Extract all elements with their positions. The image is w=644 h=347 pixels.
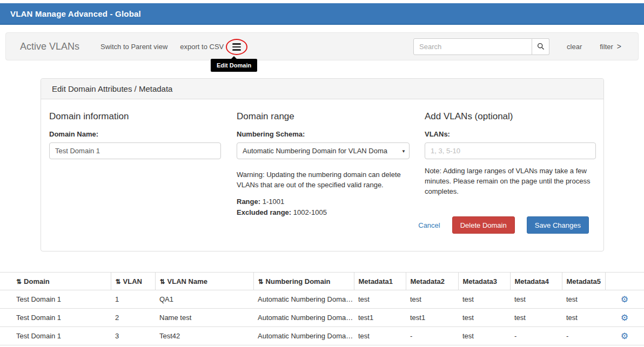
title-bar: VLAN Manage Advanced - Global	[0, 3, 644, 25]
cell-metadata5: -	[562, 327, 605, 345]
domain-name-label: Domain Name:	[49, 130, 221, 138]
column-header-domain[interactable]: ⇅Domain	[0, 273, 111, 290]
row-settings-gear-icon[interactable]: ⚙	[605, 327, 644, 345]
numbering-schema-value: Automatic Numbering Domain for VLAN Doma	[243, 147, 398, 155]
edit-domain-menu-button[interactable]	[226, 38, 247, 56]
table-row: Test Domain 13Test42Automatic Numbering …	[0, 327, 644, 345]
active-vlans-heading: Active VLANs	[20, 41, 79, 52]
excluded-range-value: 1002-1005	[293, 208, 327, 216]
table-row: Test Domain 11QA1Automatic Numbering Dom…	[0, 290, 644, 309]
filter-link[interactable]: filter >	[600, 42, 621, 51]
row-settings-gear-icon[interactable]: ⚙	[605, 309, 644, 327]
cancel-link[interactable]: Cancel	[418, 221, 440, 229]
cell-metadata4: test	[510, 309, 562, 327]
column-header-numbering-domain[interactable]: ⇅Numbering Domain	[253, 273, 354, 290]
cell-metadata2: -	[406, 327, 458, 345]
edit-domain-panel: Edit Domain Attributes / Metadata Domain…	[41, 78, 604, 251]
cell-metadata1: test	[354, 290, 406, 309]
edit-domain-tooltip: Edit Domain	[211, 59, 257, 72]
domain-name-input[interactable]	[49, 142, 221, 159]
numbering-schema-label: Numbering Schema:	[237, 130, 410, 138]
delete-domain-button[interactable]: Delete Domain	[452, 216, 515, 234]
cell-vlan-name: QA1	[155, 290, 253, 309]
sort-icon: ⇅	[258, 278, 264, 285]
toolbar: Active VLANs Switch to Parent view expor…	[5, 32, 639, 60]
range-text: Range: 1-1001	[237, 198, 410, 206]
cell-vlan-name: Name test	[155, 309, 253, 327]
numbering-schema-select[interactable]: Automatic Numbering Domain for VLAN Doma…	[237, 142, 410, 159]
panel-title: Edit Domain Attributes / Metadata	[52, 84, 172, 93]
vlan-table: ⇅Domain⇅VLAN⇅VLAN Name⇅Numbering DomainM…	[0, 272, 644, 345]
cell-domain: Test Domain 1	[0, 327, 111, 345]
panel-actions: Cancel Delete Domain Save Changes	[418, 216, 589, 234]
cell-numbering-domain: Automatic Numbering Doma…	[253, 309, 354, 327]
cell-numbering-domain: Automatic Numbering Doma…	[253, 327, 354, 345]
range-warning-text: Warning: Updating the numbering domain c…	[237, 170, 410, 190]
range-value: 1-1001	[263, 198, 284, 206]
search-icon	[537, 43, 545, 50]
vlan-manage-page: VLAN Manage Advanced - Global Active VLA…	[0, 0, 644, 347]
chevron-right-icon: >	[617, 42, 621, 51]
domain-range-section: Domain range Numbering Schema: Automatic…	[237, 111, 410, 251]
column-header-vlan-name[interactable]: ⇅VLAN Name	[155, 273, 253, 290]
add-vlans-heading: Add VLANs (optional)	[425, 111, 596, 122]
cell-metadata4: test	[510, 290, 562, 309]
cell-vlan-name: Test42	[155, 327, 253, 345]
column-header-metadata1: Metadata1	[354, 273, 406, 290]
excluded-range-label: Excluded range:	[237, 208, 291, 216]
table-body: Test Domain 11QA1Automatic Numbering Dom…	[0, 290, 644, 345]
column-header-metadata5: Metadata5	[562, 273, 605, 290]
hamburger-menu-icon	[232, 43, 241, 50]
column-header-actions	[605, 273, 644, 290]
search-input[interactable]	[413, 38, 532, 55]
column-header-metadata4: Metadata4	[510, 273, 562, 290]
column-header-metadata2: Metadata2	[406, 273, 458, 290]
cell-metadata4: -	[510, 327, 562, 345]
cell-metadata3: test	[458, 309, 510, 327]
page-title: VLAN Manage Advanced - Global	[10, 9, 141, 18]
cell-vlan: 3	[111, 327, 155, 345]
domain-range-heading: Domain range	[237, 111, 410, 122]
vlans-input[interactable]	[425, 142, 596, 159]
panel-header: Edit Domain Attributes / Metadata	[41, 79, 603, 99]
toolbar-right-group: clear filter >	[413, 38, 621, 55]
table-header-row: ⇅Domain⇅VLAN⇅VLAN Name⇅Numbering DomainM…	[0, 273, 644, 290]
cell-vlan: 2	[111, 309, 155, 327]
panel-body: Domain information Domain Name: Domain r…	[41, 99, 603, 251]
tooltip-arrow-icon	[231, 56, 237, 59]
column-header-metadata3: Metadata3	[458, 273, 510, 290]
vlans-note-text: Note: Adding large ranges of VLANs may t…	[425, 166, 596, 197]
row-settings-gear-icon[interactable]: ⚙	[605, 290, 644, 309]
domain-information-heading: Domain information	[49, 111, 221, 122]
cell-metadata1: test	[354, 327, 406, 345]
sort-icon: ⇅	[16, 278, 22, 285]
switch-to-parent-view-link[interactable]: Switch to Parent view	[100, 43, 167, 51]
table-row: Test Domain 12Name testAutomatic Numberi…	[0, 309, 644, 327]
caret-down-icon: ▼	[401, 148, 406, 153]
cell-vlan: 1	[111, 290, 155, 309]
filter-label: filter	[600, 43, 613, 51]
cell-metadata1: test1	[354, 309, 406, 327]
cell-metadata5: test	[562, 309, 605, 327]
column-header-vlan[interactable]: ⇅VLAN	[111, 273, 155, 290]
excluded-range-text: Excluded range: 1002-1005	[237, 208, 410, 216]
cell-metadata2: test1	[406, 309, 458, 327]
cell-metadata2: test	[406, 290, 458, 309]
cell-metadata3: test	[458, 290, 510, 309]
search-button[interactable]	[532, 38, 549, 55]
cell-domain: Test Domain 1	[0, 309, 111, 327]
cell-domain: Test Domain 1	[0, 290, 111, 309]
sort-icon: ⇅	[160, 278, 165, 285]
clear-link[interactable]: clear	[567, 43, 582, 51]
domain-information-section: Domain information Domain Name:	[49, 111, 221, 251]
vlans-label: VLANs:	[425, 130, 596, 138]
sort-icon: ⇅	[116, 278, 121, 285]
export-to-csv-link[interactable]: export to CSV	[180, 43, 224, 51]
cell-numbering-domain: Automatic Numbering Doma…	[253, 290, 354, 309]
cell-metadata3: test	[458, 327, 510, 345]
tooltip-text: Edit Domain	[217, 62, 251, 69]
range-label: Range:	[237, 198, 260, 206]
cell-metadata5: test	[562, 290, 605, 309]
save-changes-button[interactable]: Save Changes	[527, 216, 589, 234]
